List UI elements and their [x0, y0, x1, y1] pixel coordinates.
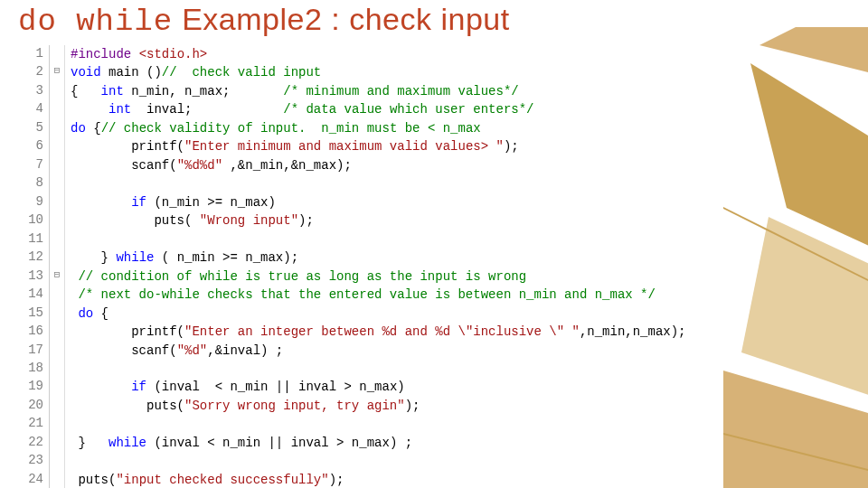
code-table: 1#include <stdio.h>2⊟void main ()// chec… — [20, 45, 716, 488]
fold-gutter — [50, 360, 65, 378]
line-number: 19 — [20, 378, 50, 396]
line-number: 3 — [20, 82, 50, 100]
source-line: do {// check validity of input. n_min mu… — [65, 119, 717, 137]
code-line: 11 — [20, 230, 716, 249]
line-number: 1 — [20, 45, 50, 63]
code-line: 21 — [20, 415, 716, 433]
fold-gutter — [50, 156, 65, 174]
fold-gutter — [50, 82, 65, 100]
source-line: printf("Enter an integer between %d and … — [65, 323, 717, 341]
line-number: 5 — [20, 119, 50, 137]
line-number: 14 — [20, 286, 50, 304]
fold-gutter — [50, 45, 65, 63]
fold-gutter — [50, 230, 65, 249]
code-line: 9 if (n_min >= n_max) — [20, 193, 716, 211]
line-number: 9 — [20, 193, 50, 211]
line-number: 12 — [20, 249, 50, 267]
code-line: 2⊟void main ()// check valid input — [20, 63, 716, 81]
source-line: puts("input checked successfully"); — [65, 471, 717, 488]
source-line — [65, 360, 717, 378]
source-line: } while ( n_min >= n_max); — [65, 249, 717, 267]
svg-marker-2 — [741, 217, 868, 407]
fold-gutter — [50, 397, 65, 415]
fold-gutter — [50, 174, 65, 192]
code-line: 6 printf("Enter minimum and maximum vali… — [20, 137, 716, 155]
svg-marker-3 — [723, 371, 868, 488]
line-number: 24 — [20, 471, 50, 488]
source-line: do { — [65, 305, 717, 323]
source-line: } while (inval < n_min || inval > n_max)… — [65, 434, 717, 452]
fold-gutter — [50, 342, 65, 360]
code-line: 16 printf("Enter an integer between %d a… — [20, 323, 716, 341]
source-line: if (inval < n_min || inval > n_max) — [65, 378, 717, 396]
source-line — [65, 230, 717, 249]
source-line — [65, 452, 717, 470]
code-line: 15 do { — [20, 305, 716, 323]
line-number: 15 — [20, 305, 50, 323]
code-line: 5do {// check validity of input. n_min m… — [20, 119, 716, 137]
line-number: 7 — [20, 156, 50, 174]
source-line: // condition of while is true as long as… — [65, 267, 717, 286]
source-line: scanf("%d",&inval) ; — [65, 342, 717, 360]
fold-gutter — [50, 249, 65, 267]
source-line: scanf("%d%d" ,&n_min,&n_max); — [65, 156, 717, 174]
code-line: 14 /* next do-while checks that the ente… — [20, 286, 716, 304]
fold-gutter — [50, 434, 65, 452]
fold-gutter — [50, 452, 65, 470]
line-number: 16 — [20, 323, 50, 341]
source-line: #include <stdio.h> — [65, 45, 717, 63]
decoration-right — [723, 27, 868, 488]
fold-gutter — [50, 305, 65, 323]
slide-title: do while Example2 : check input — [18, 2, 510, 39]
fold-gutter — [50, 415, 65, 433]
line-number: 20 — [20, 397, 50, 415]
code-line: 4 int inval; /* data value which user en… — [20, 100, 716, 118]
code-line: 20 puts("Sorry wrong input, try agin"); — [20, 397, 716, 415]
code-line: 17 scanf("%d",&inval) ; — [20, 342, 716, 360]
line-number: 13 — [20, 267, 50, 286]
source-line: /* next do-while checks that the entered… — [65, 286, 717, 304]
line-number: 6 — [20, 137, 50, 155]
code-line: 1#include <stdio.h> — [20, 45, 716, 63]
source-line: if (n_min >= n_max) — [65, 193, 717, 211]
line-number: 17 — [20, 342, 50, 360]
line-number: 18 — [20, 360, 50, 378]
source-line: puts( "Wrong input"); — [65, 211, 717, 230]
source-line: puts("Sorry wrong input, try agin"); — [65, 397, 717, 415]
source-line: { int n_min, n_max; /* minimum and maxim… — [65, 82, 717, 100]
line-number: 8 — [20, 174, 50, 192]
source-line: printf("Enter minimum and maximum valid … — [65, 137, 717, 155]
fold-gutter: ⊟ — [50, 63, 65, 81]
line-number: 23 — [20, 452, 50, 470]
line-number: 2 — [20, 63, 50, 81]
svg-marker-0 — [760, 27, 868, 81]
source-line — [65, 415, 717, 433]
source-line: void main ()// check valid input — [65, 63, 717, 81]
fold-gutter — [50, 100, 65, 118]
code-line: 12 } while ( n_min >= n_max); — [20, 249, 716, 267]
fold-gutter — [50, 286, 65, 304]
fold-gutter — [50, 137, 65, 155]
code-line: 13⊟ // condition of while is true as lon… — [20, 267, 716, 286]
code-editor: 1#include <stdio.h>2⊟void main ()// chec… — [20, 45, 716, 479]
code-line: 7 scanf("%d%d" ,&n_min,&n_max); — [20, 156, 716, 174]
fold-gutter — [50, 378, 65, 396]
code-line: 10 puts( "Wrong input"); — [20, 211, 716, 230]
code-line: 19 if (inval < n_min || inval > n_max) — [20, 378, 716, 396]
fold-gutter — [50, 193, 65, 211]
fold-gutter — [50, 323, 65, 341]
source-line: int inval; /* data value which user ente… — [65, 100, 717, 118]
code-line: 18 — [20, 360, 716, 378]
fold-gutter: ⊟ — [50, 267, 65, 286]
line-number: 4 — [20, 100, 50, 118]
line-number: 21 — [20, 415, 50, 433]
source-line — [65, 174, 717, 192]
fold-gutter — [50, 119, 65, 137]
title-rest: Example2 : check input — [173, 2, 509, 36]
code-line: 23 — [20, 452, 716, 470]
code-line: 22 } while (inval < n_min || inval > n_m… — [20, 434, 716, 452]
code-line: 8 — [20, 174, 716, 192]
title-keyword: do while — [18, 5, 173, 39]
code-line: 24 puts("input checked successfully"); — [20, 471, 716, 488]
line-number: 10 — [20, 211, 50, 230]
